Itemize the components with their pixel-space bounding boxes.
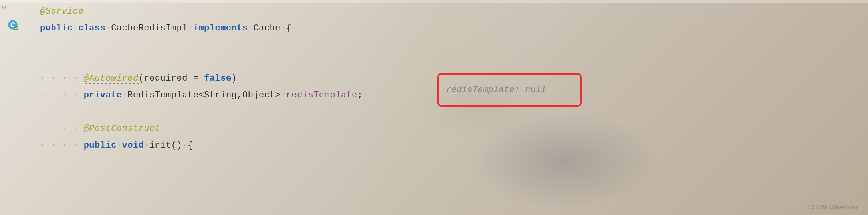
debugger-inlay-highlight: redisTemplate: null xyxy=(437,73,582,107)
svg-point-2 xyxy=(14,26,18,30)
editor-gutter: C xyxy=(0,3,24,215)
watermark: CSDN @laewilson xyxy=(808,204,861,211)
annotation: @PostConstruct xyxy=(84,124,161,134)
class-gutter-icon[interactable]: C xyxy=(7,19,18,30)
code-line xyxy=(40,37,868,53)
code-line xyxy=(40,53,868,70)
annotation: @Autowired xyxy=(84,73,139,84)
code-line: · · · · public·void·init()·{ xyxy=(40,137,868,154)
inlay-value: redisTemplate: null xyxy=(446,85,546,95)
annotation: @Service xyxy=(40,6,84,16)
code-line: public·class·CacheRedisImpl·implements·C… xyxy=(40,20,868,37)
code-line: · · · · @PostConstruct xyxy=(40,120,868,137)
editor-tabbar[interactable] xyxy=(0,0,868,3)
code-line: @Service xyxy=(40,3,868,20)
